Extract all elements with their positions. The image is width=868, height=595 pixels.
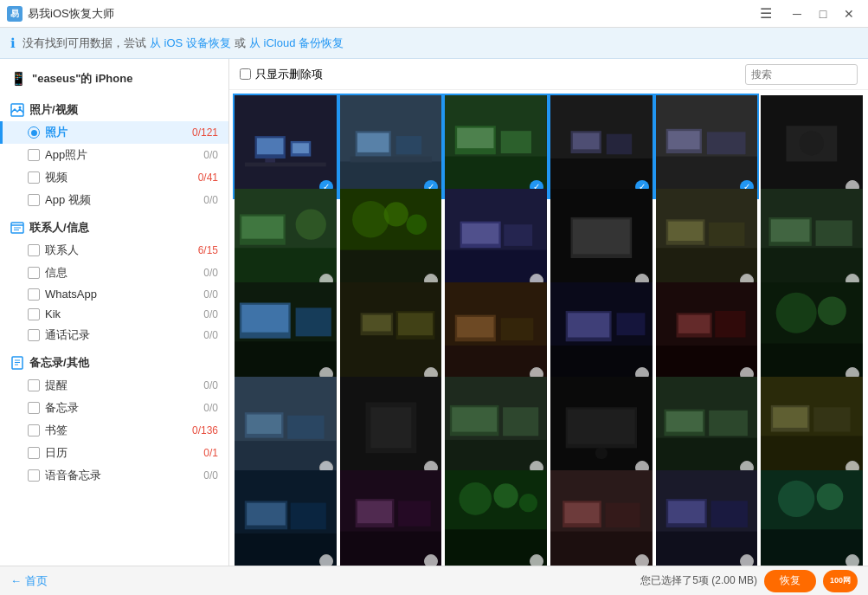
photo-cell[interactable] <box>235 282 337 385</box>
svg-rect-143 <box>564 502 599 523</box>
photo-cell[interactable] <box>445 282 547 385</box>
kik-label: Kik <box>45 307 203 320</box>
restore-button[interactable]: □ <box>811 2 835 26</box>
photos-section-label: 照片/视频 <box>29 102 78 118</box>
filter-checkbox-input[interactable] <box>240 68 251 80</box>
sidebar-item-videos[interactable]: 视频 0/41 <box>0 166 228 189</box>
back-label: 首页 <box>25 573 48 589</box>
sidebar-item-app-videos[interactable]: App 视频 0/0 <box>0 189 228 211</box>
bookmarks-label: 书签 <box>45 423 192 438</box>
svg-rect-25 <box>457 128 493 149</box>
ios-restore-link[interactable]: 从 iOS 设备恢复 <box>150 36 231 51</box>
svg-rect-148 <box>668 501 704 523</box>
memo-check <box>28 402 40 414</box>
photo-cell[interactable] <box>445 377 547 479</box>
photo-cell[interactable] <box>445 470 547 566</box>
svg-rect-58 <box>573 219 630 254</box>
sidebar-item-app-photos[interactable]: App照片 0/0 <box>0 144 228 166</box>
photo-cell[interactable]: ✓ <box>656 95 758 197</box>
sidebar-item-call-log[interactable]: 通话记录 0/0 <box>0 324 228 346</box>
photo-cell[interactable] <box>656 470 758 566</box>
messages-count: 0/0 <box>203 267 218 279</box>
svg-point-97 <box>818 297 846 326</box>
photo-cell[interactable]: ✓ <box>235 95 337 197</box>
svg-rect-106 <box>370 407 411 448</box>
photo-grid: ✓✓✓✓✓ <box>229 90 868 566</box>
photo-cell[interactable] <box>445 189 547 291</box>
photo-cell[interactable] <box>340 282 442 385</box>
device-header: 📱 "easeus"的 iPhone <box>0 66 228 94</box>
svg-rect-102 <box>287 415 324 438</box>
sidebar-item-calendar[interactable]: 日历 0/1 <box>0 442 228 464</box>
videos-label: 视频 <box>45 170 198 185</box>
svg-point-47 <box>352 201 389 237</box>
photo-cell[interactable]: ✓ <box>550 95 653 197</box>
svg-rect-109 <box>453 407 498 431</box>
svg-rect-53 <box>462 223 498 244</box>
photo-cell[interactable] <box>656 377 758 479</box>
back-home-button[interactable]: ← 首页 <box>10 573 48 589</box>
sidebar-item-bookmarks[interactable]: 书签 0/136 <box>0 419 228 442</box>
photo-cell[interactable] <box>656 282 758 385</box>
svg-point-152 <box>778 481 814 517</box>
svg-rect-31 <box>607 134 632 155</box>
photo-cell[interactable] <box>550 282 653 385</box>
reminders-check <box>28 379 40 391</box>
photo-cell[interactable] <box>761 282 863 385</box>
kik-count: 0/0 <box>203 308 218 320</box>
photo-cell[interactable] <box>235 189 337 291</box>
sidebar-item-contacts[interactable]: 联系人 6/15 <box>0 239 228 262</box>
sidebar-item-reminders[interactable]: 提醒 0/0 <box>0 374 228 397</box>
photo-cell[interactable] <box>761 95 863 197</box>
sidebar-item-photos[interactable]: 照片 0/121 <box>0 121 228 144</box>
photo-cell[interactable] <box>550 377 653 479</box>
svg-rect-82 <box>457 317 493 338</box>
info-text-before: 没有找到可用数据，尝试 <box>23 36 146 51</box>
photo-cell[interactable] <box>235 470 337 566</box>
photo-cell[interactable] <box>550 470 653 566</box>
photo-cell[interactable] <box>761 377 863 479</box>
recover-button[interactable]: 恢复 <box>764 570 816 592</box>
device-name: "easeus"的 iPhone <box>32 71 132 87</box>
menu-button[interactable]: ☰ <box>754 2 778 26</box>
minimize-button[interactable]: ─ <box>785 2 809 26</box>
photo-cell[interactable] <box>340 189 442 291</box>
photo-cell[interactable] <box>340 470 442 566</box>
brand-badge: 100网 <box>823 570 858 592</box>
svg-point-153 <box>817 483 844 510</box>
sidebar-item-whatsapp[interactable]: WhatsApp 0/0 <box>0 284 228 304</box>
svg-rect-35 <box>668 131 699 149</box>
app-photos-check <box>28 149 40 161</box>
photo-cell[interactable] <box>235 377 337 479</box>
footer: ← 首页 您已选择了5项 (2.00 MB) 恢复 100网 <box>0 566 868 595</box>
photo-cell[interactable] <box>550 189 653 291</box>
sidebar-item-messages[interactable]: 信息 0/0 <box>0 262 228 284</box>
svg-rect-144 <box>606 502 640 527</box>
photo-cell[interactable] <box>761 189 863 291</box>
titlebar: 易 易我iOS恢复大师 ☰ ─ □ ✕ <box>0 0 868 28</box>
search-input[interactable] <box>745 64 858 85</box>
icloud-restore-link[interactable]: 从 iCloud 备份恢复 <box>249 36 344 51</box>
call-log-count: 0/0 <box>203 329 218 341</box>
sidebar-item-kik[interactable]: Kik 0/0 <box>0 304 228 324</box>
photos-count: 0/121 <box>192 126 218 139</box>
close-button[interactable]: ✕ <box>837 2 861 26</box>
info-bar: ℹ 没有找到可用数据，尝试 从 iOS 设备恢复 或 从 iCloud 备份恢复 <box>0 28 868 59</box>
voice-memo-count: 0/0 <box>203 469 218 482</box>
photo-cell[interactable]: ✓ <box>445 95 547 197</box>
sidebar-item-voice-memo[interactable]: 语音备忘录 0/0 <box>0 464 228 487</box>
photo-cell[interactable] <box>340 377 442 479</box>
svg-rect-118 <box>665 411 702 432</box>
sidebar-item-memo[interactable]: 备忘录 0/0 <box>0 397 228 419</box>
status-text: 您已选择了5项 (2.00 MB) <box>640 573 757 588</box>
reminders-count: 0/0 <box>203 379 218 391</box>
memo-count: 0/0 <box>203 402 218 414</box>
brand-text: 100网 <box>830 575 851 586</box>
filter-checkbox-container[interactable]: 只显示删除项 <box>240 67 323 82</box>
photo-cell[interactable] <box>656 189 758 291</box>
svg-rect-43 <box>241 217 283 239</box>
photo-cell[interactable] <box>761 470 863 566</box>
svg-rect-149 <box>710 501 747 527</box>
photo-cell[interactable]: ✓ <box>340 95 442 197</box>
svg-point-115 <box>595 447 608 459</box>
